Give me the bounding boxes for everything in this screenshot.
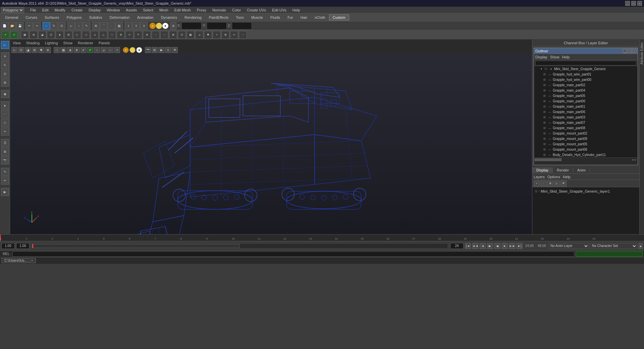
vp-btn-6[interactable]: ⊕ [45,47,51,53]
tool-extrude[interactable]: ▲ [1,101,9,109]
tree-item-8[interactable]: ⊡ — Grapple_main_part03 [534,114,638,120]
scroll-arrow-left[interactable]: ◄ [631,158,634,161]
vp-light-high[interactable]: ● [136,47,142,53]
shelf-icon-10[interactable]: ◁ [82,31,90,39]
tb-snap-surface[interactable]: ▦ [115,22,123,30]
tab-muscle[interactable]: Muscle [248,14,267,20]
shelf-icon-17[interactable]: ⊗ [143,31,151,39]
tool-bridge[interactable]: ⋯ [1,110,9,118]
tab-general[interactable]: General [1,14,22,20]
outliner-menu-help[interactable]: Help [562,55,570,59]
tree-item-14[interactable]: ⊡ — Grapple_mount_part06 [534,147,638,152]
shelf-icon-6[interactable]: ⊡ [47,31,55,39]
tab-subdivs[interactable]: Subdivs [86,14,106,20]
shelf-icon-7[interactable]: ◈ [56,31,64,39]
vp-btn-5[interactable]: ✱ [38,47,44,53]
tab-custom[interactable]: Custom [329,14,349,20]
tree-item-11[interactable]: ⊡ — Grapple_mount_part02 [534,131,638,136]
menu-window[interactable]: Window [104,8,122,12]
layer-tab-display[interactable]: Display [532,167,553,173]
shelf-icon-24[interactable]: ✱ [204,31,212,39]
menu-display[interactable]: Display [86,8,103,12]
tb-display-2[interactable]: 2 [132,22,140,30]
anim-range-bar[interactable] [32,244,447,248]
tb-select[interactable]: ▷ [67,22,75,30]
tab-fur[interactable]: Fur [284,14,297,20]
tree-item-4[interactable]: ⊡ — Grapple_main_part05 [534,93,638,98]
polygon-mode-dropdown[interactable]: Polygons [1,7,24,13]
tool-bevel[interactable]: ⬡ [1,119,9,127]
vp-btn-eye[interactable]: 👁 [172,47,178,53]
shelf-icon-22[interactable]: ▦ [186,31,195,39]
vp-btn-15[interactable]: ↔ [107,47,113,53]
viewport-canvas[interactable]: X Y Z [10,54,532,234]
vp-btn-4[interactable]: ⊞ [32,47,38,53]
anim-key-input[interactable] [450,243,464,249]
menu-proxy[interactable]: Proxy [194,8,209,12]
tab-hair[interactable]: Hair [297,14,311,20]
tree-item-6[interactable]: ⊡ — Grapple_main_part01 [534,104,638,109]
tool-layers[interactable]: ☰ [1,139,9,147]
vp-btn-1[interactable]: ▷ [11,47,17,53]
tool-select[interactable]: ▷ [1,41,9,49]
outliner-menu-show[interactable]: Show [550,55,559,59]
tree-item-15[interactable]: ⊡ — Body_Details_Hyd_Cylinder_part11 [534,152,638,157]
menu-help[interactable]: Help [290,8,303,12]
tool-camera[interactable]: 📷 [1,156,9,164]
tab-toon[interactable]: Toon [232,14,248,20]
btn-play-back[interactable]: ◀ [494,243,500,249]
tool-rotate[interactable]: ↻ [1,61,9,69]
tree-item-7[interactable]: ⊡ — Grapple_main_part06 [534,109,638,114]
shelf-icon-2[interactable]: ✔ [10,31,18,39]
taskbar-minimize-icon[interactable]: _ [29,259,30,262]
tab-dynamics[interactable]: Dynamics [157,14,181,20]
shelf-icon-4[interactable]: ⊞ [30,31,38,39]
menu-create-uvs[interactable]: Create UVs [244,8,269,12]
tb-light-low[interactable]: ● [150,23,156,29]
shelf-icon-16[interactable]: ✎ [134,31,142,39]
vp-btn-10[interactable]: ⊗ [74,47,80,53]
shelf-snap-icon[interactable]: ✔ [1,31,9,39]
tb-undo[interactable]: ↩ [25,22,33,30]
tool-render[interactable]: ▶ [1,188,9,196]
vp-menu-panels[interactable]: Panels [99,41,110,45]
tb-snap-grid[interactable]: ⊞ [92,22,100,30]
tree-item-3[interactable]: ⊡ — Grapple_main_part04 [534,88,638,93]
character-set-select[interactable]: No Character Set [590,243,637,249]
menu-file[interactable]: File [28,8,39,12]
tb-redo[interactable]: ↪ [33,22,41,30]
tree-item-9[interactable]: ⊡ — Grapple_main_part07 [534,120,638,125]
vp-btn-2[interactable]: ⊡ [18,47,24,53]
current-frame-input[interactable] [16,243,30,249]
menu-color[interactable]: Color [229,8,244,12]
command-line-input[interactable] [12,251,574,257]
menu-assets[interactable]: Assets [123,8,140,12]
tb-snap-point[interactable]: · [108,22,115,30]
menu-normals[interactable]: Normals [210,8,229,12]
vp-btn-11[interactable]: ✔ [80,47,87,53]
layer-btn-visibility[interactable]: 👁 [560,181,567,187]
tool-cut[interactable]: ✂ [1,128,9,136]
tree-item-10[interactable]: ⊡ — Grapple_main_part08 [534,125,638,131]
outliner-scrollbar-h[interactable]: ◄ ► [534,157,638,161]
layer-sub-layers[interactable]: Layers [534,175,545,179]
tab-animation[interactable]: Animation [133,14,157,20]
h-scroll-thumb[interactable] [535,158,561,161]
tb-open[interactable]: 📂 [8,22,16,30]
layer-btn-delete[interactable]: - [540,181,546,187]
playhead[interactable] [0,235,1,241]
vp-btn-options[interactable]: ≡ [165,47,171,53]
minimize-button[interactable]: _ [625,1,630,6]
tab-surfaces[interactable]: Surfaces [41,14,63,20]
btn-prev-frame[interactable]: ◄ [480,243,486,249]
layer-btn-settings[interactable]: ⚙ [547,181,553,187]
tb-display-3[interactable]: 3 [140,22,148,30]
menu-modify[interactable]: Modify [52,8,68,12]
vp-btn-14[interactable]: ⊿ [101,47,107,53]
menu-edit-mesh[interactable]: Edit Mesh [172,8,194,12]
shelf-icon-3[interactable]: ▦ [21,31,29,39]
shelf-icon-19[interactable]: ↔ [160,31,168,39]
outliner-menu-display[interactable]: Display [535,55,547,59]
layer-tab-render[interactable]: Render [553,167,573,173]
tb-light-high[interactable]: ● [162,23,168,29]
